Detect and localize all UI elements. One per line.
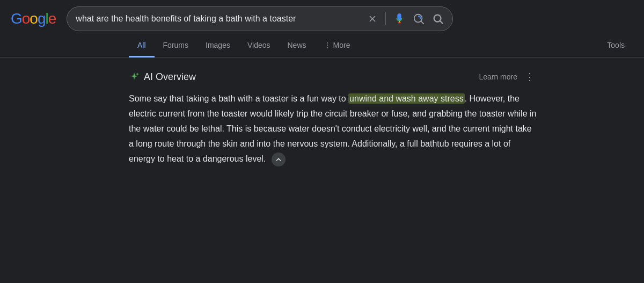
svg-point-9 xyxy=(434,15,441,22)
clear-button[interactable] xyxy=(367,13,378,24)
search-input[interactable] xyxy=(76,14,362,24)
ai-overview-label: AI Overview xyxy=(144,71,196,83)
more-dots-icon: ⋮ xyxy=(324,41,331,49)
tab-forums[interactable]: Forums xyxy=(155,34,197,57)
ai-overview-title: AI Overview xyxy=(129,71,196,83)
lens-button[interactable] xyxy=(413,13,425,25)
main-content: AI Overview Learn more ⋮ Some say that t… xyxy=(0,58,644,179)
svg-line-10 xyxy=(440,21,443,24)
search-icon xyxy=(432,13,444,25)
mic-icon xyxy=(393,13,405,25)
ai-overview-header: AI Overview Learn more ⋮ xyxy=(129,71,537,83)
tab-videos[interactable]: Videos xyxy=(239,34,279,57)
chevron-up-icon xyxy=(275,156,282,163)
search-bar-icons xyxy=(367,12,444,25)
close-icon xyxy=(367,13,378,24)
lens-icon xyxy=(413,13,425,25)
ai-text-highlighted: unwind and wash away stress xyxy=(348,93,465,104)
google-logo: Google xyxy=(11,10,56,27)
svg-line-8 xyxy=(421,21,424,24)
ai-text-after-highlight: . However, the electric current from the… xyxy=(129,94,536,163)
ai-overview-card: AI Overview Learn more ⋮ Some say that t… xyxy=(129,71,537,166)
search-divider xyxy=(385,12,386,25)
learn-more-button[interactable]: Learn more xyxy=(479,72,517,81)
tab-more[interactable]: ⋮ More xyxy=(315,34,359,57)
tab-news[interactable]: News xyxy=(279,34,315,57)
search-button[interactable] xyxy=(432,13,444,25)
tab-tools[interactable]: Tools xyxy=(598,34,633,57)
tab-images[interactable]: Images xyxy=(197,34,239,57)
sparkle-icon xyxy=(129,71,140,82)
ai-overview-actions: Learn more ⋮ xyxy=(479,71,537,83)
header: Google xyxy=(0,0,644,31)
ai-overview-more-button[interactable]: ⋮ xyxy=(523,71,537,83)
ai-overview-body: Some say that taking a bath with a toast… xyxy=(129,91,537,166)
svg-rect-4 xyxy=(398,14,401,18)
search-bar xyxy=(67,6,453,31)
voice-search-button[interactable] xyxy=(393,13,405,25)
collapse-button[interactable] xyxy=(272,153,286,166)
tab-all[interactable]: All xyxy=(129,34,155,57)
nav-tabs: All Forums Images Videos News ⋮ More Too… xyxy=(0,34,644,58)
ai-text-before-highlight: Some say that taking a bath with a toast… xyxy=(129,94,348,103)
